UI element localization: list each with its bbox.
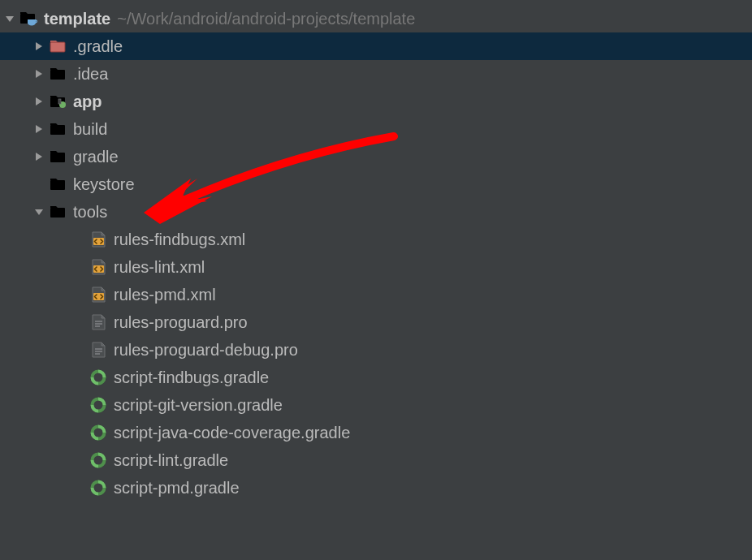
tree-item-keystore[interactable]: keystore: [0, 170, 752, 198]
tree-item-build[interactable]: build: [0, 115, 752, 143]
expand-arrow-down-icon[interactable]: [32, 206, 45, 218]
tree-item-file[interactable]: rules-proguard.pro: [0, 308, 752, 336]
tree-item-file[interactable]: script-git-version.gradle: [0, 391, 752, 419]
tree-item-tools[interactable]: tools: [0, 198, 752, 226]
expand-arrow-down-icon[interactable]: [3, 13, 16, 24]
tree-item-idea[interactable]: .idea: [0, 60, 752, 88]
tree-item-file[interactable]: script-java-code-coverage.gradle: [0, 419, 752, 446]
root-label: template: [44, 10, 110, 28]
tree-item-label: gradle: [73, 148, 119, 166]
folder-icon: [49, 175, 67, 193]
tree-item-app[interactable]: app: [0, 88, 752, 115]
tree-item-file[interactable]: rules-proguard-debug.pro: [0, 336, 752, 364]
text-file-icon: [89, 341, 107, 359]
xml-file-icon: [89, 258, 107, 276]
tree-item-file[interactable]: rules-findbugs.xml: [0, 226, 752, 253]
tree-root[interactable]: template ~/Work/android/android-projects…: [0, 5, 752, 32]
text-file-icon: [89, 313, 107, 331]
tree-item-label: rules-proguard-debug.pro: [114, 341, 298, 360]
tree-item-label: .idea: [73, 65, 108, 84]
tree-item-label: script-git-version.gradle: [114, 396, 283, 415]
folder-icon: [49, 203, 67, 221]
tree-item-file[interactable]: rules-lint.xml: [0, 253, 752, 281]
gradle-file-icon: [89, 451, 107, 469]
tree-item-gradle-dir[interactable]: .gradle: [0, 32, 752, 60]
tree-item-label: rules-pmd.xml: [114, 286, 216, 304]
module-folder-icon: [49, 93, 67, 110]
tree-item-label: script-lint.gradle: [114, 451, 228, 470]
tree-item-label: tools: [73, 203, 107, 222]
tree-item-label: script-findbugs.gradle: [114, 368, 269, 387]
gradle-file-icon: [89, 396, 107, 414]
tree-item-label: script-pmd.gradle: [114, 479, 240, 498]
gradle-file-icon: [89, 479, 107, 497]
tree-item-label: rules-lint.xml: [114, 258, 205, 277]
tree-item-file[interactable]: rules-pmd.xml: [0, 281, 752, 308]
tree-item-label: rules-proguard.pro: [114, 313, 248, 332]
project-tree: template ~/Work/android/android-projects…: [0, 0, 752, 502]
tree-item-label: build: [73, 120, 107, 139]
gradle-file-icon: [89, 368, 107, 386]
tree-item-gradle[interactable]: gradle: [0, 143, 752, 170]
project-folder-icon: [19, 10, 37, 28]
folder-icon: [49, 148, 67, 166]
expand-arrow-right-icon[interactable]: [32, 123, 45, 135]
tree-item-label: rules-findbugs.xml: [114, 230, 245, 249]
folder-excluded-icon: [49, 37, 67, 55]
folder-icon: [49, 120, 67, 138]
expand-arrow-right-icon[interactable]: [32, 96, 45, 107]
tree-item-file[interactable]: script-pmd.gradle: [0, 474, 752, 502]
xml-file-icon: [89, 286, 107, 304]
expand-arrow-right-icon[interactable]: [32, 151, 45, 162]
root-path: ~/Work/android/android-projects/template: [117, 10, 415, 28]
tree-item-label: keystore: [73, 175, 135, 194]
folder-icon: [49, 65, 67, 83]
expand-arrow-right-icon[interactable]: [32, 41, 45, 52]
tree-item-file[interactable]: script-lint.gradle: [0, 446, 752, 474]
tree-item-file[interactable]: script-findbugs.gradle: [0, 364, 752, 391]
tree-item-label: script-java-code-coverage.gradle: [114, 424, 350, 442]
tree-item-label: app: [73, 93, 102, 111]
xml-file-icon: [89, 230, 107, 248]
gradle-file-icon: [89, 424, 107, 442]
expand-arrow-right-icon[interactable]: [32, 68, 45, 80]
tree-item-label: .gradle: [73, 37, 123, 56]
